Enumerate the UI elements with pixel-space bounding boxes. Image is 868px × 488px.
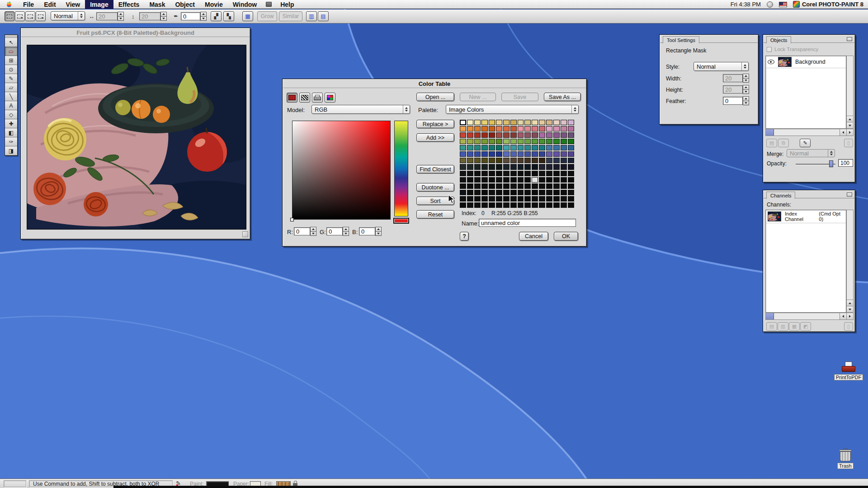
- window-grow-box[interactable]: [242, 231, 248, 237]
- mask-preview-button[interactable]: ▚: [223, 11, 234, 21]
- palette-swatch[interactable]: [510, 139, 517, 144]
- palette-swatch[interactable]: [539, 120, 545, 125]
- palette-swatch[interactable]: [561, 164, 567, 169]
- cancel-button[interactable]: Cancel: [519, 232, 548, 241]
- palette-swatch[interactable]: [467, 126, 473, 131]
- ok-button[interactable]: OK: [554, 232, 578, 241]
- palette-swatch[interactable]: [510, 151, 517, 157]
- objects-vscrollbar[interactable]: [846, 56, 854, 129]
- palette-swatch[interactable]: [524, 145, 531, 150]
- replace-button[interactable]: Replace >: [416, 120, 454, 128]
- palette-swatch[interactable]: [539, 196, 545, 202]
- objects-tab[interactable]: Objects: [766, 36, 791, 43]
- mask-width-stepper[interactable]: [118, 12, 124, 21]
- palette-swatch[interactable]: [496, 139, 502, 144]
- palette-swatch[interactable]: [553, 139, 560, 144]
- palette-swatch[interactable]: [474, 171, 481, 176]
- palette-swatch[interactable]: [532, 164, 538, 169]
- apple-menu[interactable]: [0, 1, 18, 8]
- palette-swatch[interactable]: [518, 145, 524, 150]
- palette-swatch[interactable]: [460, 202, 466, 208]
- palette-swatch[interactable]: [518, 171, 524, 176]
- palette-swatch[interactable]: [561, 171, 567, 176]
- palette-swatch[interactable]: [467, 158, 473, 163]
- palette-swatch[interactable]: [460, 139, 466, 144]
- opacity-slider-thumb[interactable]: [829, 160, 833, 167]
- palette-swatch[interactable]: [518, 126, 524, 131]
- palette-swatch[interactable]: [568, 126, 574, 131]
- width-stepper[interactable]: [743, 74, 749, 83]
- palette-swatch[interactable]: [546, 183, 552, 189]
- palette-swatch[interactable]: [532, 132, 538, 138]
- mask-mode-normal-button[interactable]: [5, 11, 14, 21]
- brush-tool[interactable]: ✑: [5, 137, 17, 146]
- palette-swatch[interactable]: [510, 126, 517, 131]
- mask-height-field[interactable]: 20: [139, 12, 160, 20]
- edit-object-button[interactable]: ✎: [800, 139, 811, 147]
- palette-swatch[interactable]: [489, 164, 495, 169]
- dither-view-button[interactable]: [299, 93, 310, 103]
- feather-stepper[interactable]: [743, 96, 749, 105]
- palette-swatch[interactable]: [481, 202, 488, 208]
- palette-swatch[interactable]: [474, 151, 481, 157]
- palette-swatch[interactable]: [561, 145, 567, 150]
- object-row-background[interactable]: Background: [766, 56, 846, 68]
- palette-swatch[interactable]: [553, 171, 560, 176]
- width-field[interactable]: 20: [723, 74, 743, 82]
- scroll-left-icon[interactable]: [840, 129, 846, 136]
- feather-stepper[interactable]: [200, 12, 207, 21]
- palette-swatch[interactable]: [524, 120, 531, 125]
- palette-swatch[interactable]: [503, 126, 509, 131]
- scroll-up-icon[interactable]: [847, 300, 853, 306]
- palette-swatch[interactable]: [546, 145, 552, 150]
- model-dropdown[interactable]: RGB: [311, 105, 410, 114]
- palette-swatch[interactable]: [460, 126, 466, 131]
- channel-row-index[interactable]: Index Channel (Cmd Opt 0): [766, 210, 846, 223]
- collapse-box-icon[interactable]: [847, 192, 852, 197]
- palette-swatch[interactable]: [474, 164, 481, 169]
- palette-swatch[interactable]: [489, 177, 495, 183]
- line-tool[interactable]: ╲: [5, 92, 17, 101]
- open-button[interactable]: Open ...: [416, 93, 454, 101]
- palette-swatch[interactable]: [489, 120, 495, 125]
- palette-swatch[interactable]: [546, 202, 552, 208]
- menu-movie[interactable]: Movie: [200, 0, 228, 9]
- palette-swatch[interactable]: [539, 132, 545, 138]
- palette-swatch[interactable]: [546, 120, 552, 125]
- palette-swatch[interactable]: [561, 139, 567, 144]
- channels-tab[interactable]: Channels: [766, 192, 795, 199]
- palette-swatch[interactable]: [496, 164, 502, 169]
- palette-swatch[interactable]: [467, 145, 473, 150]
- palette-swatch[interactable]: [568, 151, 574, 157]
- palette-swatch[interactable]: [474, 190, 481, 195]
- palette-swatch[interactable]: [546, 126, 552, 131]
- palette-swatch[interactable]: [546, 151, 552, 157]
- trash-desktop-icon[interactable]: Trash: [837, 448, 854, 469]
- palette-swatch[interactable]: [518, 132, 524, 138]
- palette-colors-view-button[interactable]: [325, 93, 335, 103]
- duotone-button[interactable]: Duotone ...: [416, 183, 454, 192]
- palette-swatch[interactable]: [510, 145, 517, 150]
- palette-swatch[interactable]: [532, 145, 538, 150]
- palette-swatch[interactable]: [467, 190, 473, 195]
- palette-swatch[interactable]: [503, 145, 509, 150]
- palette-swatch[interactable]: [539, 183, 545, 189]
- add-button[interactable]: Add >>: [416, 133, 454, 142]
- palette-swatch[interactable]: [467, 164, 473, 169]
- scroll-up-icon[interactable]: [847, 116, 853, 122]
- eyedropper-tool[interactable]: ✎: [5, 74, 17, 83]
- b-stepper[interactable]: [375, 227, 382, 236]
- new-object-button[interactable]: ▤: [766, 139, 777, 147]
- palette-swatch[interactable]: [510, 171, 517, 176]
- palette-swatch[interactable]: [474, 158, 481, 163]
- palette-swatch[interactable]: [489, 126, 495, 131]
- palette-swatch[interactable]: [489, 158, 495, 163]
- palette-swatch[interactable]: [503, 164, 509, 169]
- palette-swatch[interactable]: [539, 177, 545, 183]
- palette-swatch[interactable]: [489, 183, 495, 189]
- new-button[interactable]: New ...: [460, 93, 496, 101]
- palette-swatch[interactable]: [474, 132, 481, 138]
- scroll-right-icon[interactable]: [846, 129, 853, 136]
- objects-titlebar[interactable]: Objects: [764, 35, 854, 43]
- palette-swatch[interactable]: [460, 177, 466, 183]
